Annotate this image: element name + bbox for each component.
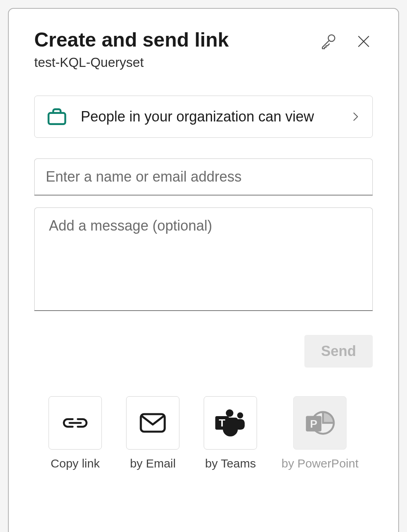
dialog-subtitle: test-KQL-Queryset bbox=[34, 55, 318, 70]
link-settings-button[interactable]: People in your organization can view bbox=[34, 96, 373, 138]
share-option-label: by Email bbox=[130, 457, 176, 470]
share-option-powerpoint: P by PowerPoint bbox=[282, 396, 358, 470]
mail-icon bbox=[126, 396, 179, 450]
manage-access-button[interactable] bbox=[318, 31, 339, 52]
header-actions bbox=[318, 31, 373, 52]
svg-point-6 bbox=[226, 409, 234, 417]
svg-rect-3 bbox=[49, 113, 65, 124]
share-option-copy-link[interactable]: Copy link bbox=[49, 396, 102, 470]
briefcase-icon bbox=[46, 106, 68, 128]
link-icon bbox=[49, 396, 102, 450]
share-option-teams[interactable]: T by Teams bbox=[204, 396, 257, 470]
recipient-input[interactable] bbox=[34, 158, 373, 196]
share-options-row: Copy link by Email T bbox=[34, 396, 373, 470]
close-button[interactable] bbox=[354, 32, 373, 51]
share-option-label: by PowerPoint bbox=[282, 457, 358, 470]
header-left: Create and send link test-KQL-Queryset bbox=[34, 28, 318, 70]
chevron-right-icon bbox=[350, 111, 361, 122]
message-input[interactable] bbox=[34, 207, 373, 311]
send-button[interactable]: Send bbox=[304, 335, 373, 368]
actions-row: Send bbox=[34, 335, 373, 368]
dialog-header: Create and send link test-KQL-Queryset bbox=[34, 28, 373, 70]
share-option-label: by Teams bbox=[205, 457, 256, 470]
key-icon bbox=[319, 33, 337, 50]
dialog-title: Create and send link bbox=[34, 28, 318, 52]
svg-point-7 bbox=[237, 412, 243, 418]
svg-text:P: P bbox=[310, 418, 317, 430]
powerpoint-icon: P bbox=[293, 396, 347, 450]
svg-text:T: T bbox=[219, 417, 225, 429]
share-dialog: Create and send link test-KQL-Queryset bbox=[8, 8, 399, 532]
close-icon bbox=[356, 34, 371, 49]
link-settings-label: People in your organization can view bbox=[81, 107, 337, 127]
share-option-label: Copy link bbox=[51, 457, 99, 470]
teams-icon: T bbox=[204, 396, 257, 450]
share-option-email[interactable]: by Email bbox=[126, 396, 179, 470]
